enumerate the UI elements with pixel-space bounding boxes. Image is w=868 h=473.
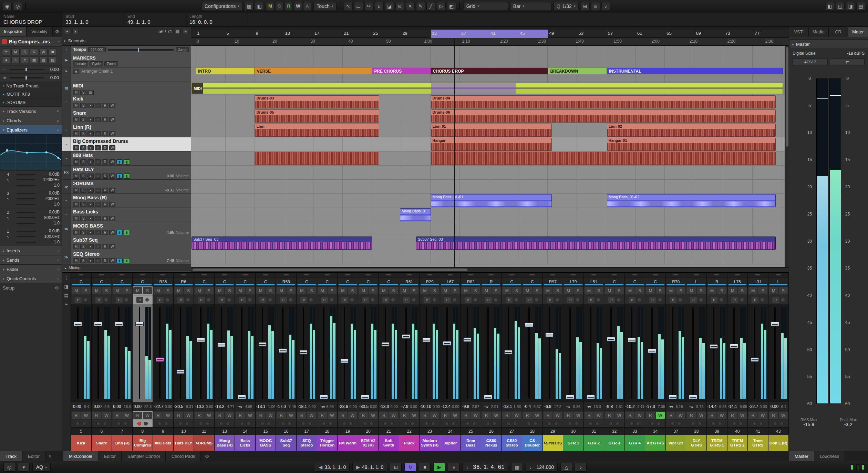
record-arm-button[interactable]: ●	[87, 230, 94, 235]
mute-button[interactable]: M	[318, 287, 327, 294]
channel-drag-handle[interactable]	[440, 273, 461, 277]
channel-name[interactable]: CS80 Stereo	[502, 435, 522, 451]
solo-button[interactable]: S	[410, 287, 418, 294]
mute-button[interactable]: M	[585, 287, 593, 294]
channel-drag-handle[interactable]	[317, 273, 338, 277]
mute-button[interactable]: M	[400, 287, 409, 294]
lane-linn-r-[interactable]: LinnLinn-01Linn-02	[191, 123, 789, 137]
mute-button[interactable]: M	[236, 287, 245, 294]
fader-cap[interactable]	[628, 338, 636, 342]
gear-icon[interactable]: ⚙	[53, 27, 62, 36]
solo-button[interactable]: S	[80, 90, 86, 95]
tab-loudness[interactable]: Loudness	[814, 451, 845, 461]
pan-control[interactable]: L31	[748, 277, 768, 286]
channel-level-readout[interactable]: -18.10.00	[297, 402, 317, 411]
left-locator-value[interactable]: 33. 1. 1. 0	[324, 464, 346, 470]
lane-808-hats[interactable]	[191, 151, 789, 166]
horizontal-scrollbar[interactable]	[191, 267, 789, 272]
lane-moog-bass-r-[interactable]: Moog Bass_01-01Moog Bass_01-02	[191, 194, 789, 208]
solo-button[interactable]: S	[80, 103, 86, 108]
mixer-channel-bass-licks[interactable]: CMSe-∞-4.95RW14Bass Licks	[235, 273, 256, 451]
channel-drag-handle[interactable]	[707, 273, 727, 277]
solo-button[interactable]: S	[307, 287, 316, 294]
eq-band-shape-icon[interactable]: ∿	[6, 216, 9, 220]
fader-cap[interactable]	[751, 357, 759, 362]
monitor-button[interactable]	[431, 422, 435, 425]
audio-clip[interactable]: Linn-01	[431, 124, 552, 137]
write-button[interactable]: W	[109, 131, 115, 136]
tempo-display[interactable]: ♩ 124.000	[526, 463, 558, 472]
channel-drag-handle[interactable]	[276, 273, 296, 277]
read-button[interactable]: R	[277, 412, 286, 419]
eq-gain-value[interactable]: 0.0dB	[38, 210, 60, 214]
quantize-dropdown[interactable]: Q 1/32 ▾	[554, 2, 579, 10]
channel-name[interactable]: Jupiter	[440, 435, 461, 451]
fader-cap[interactable]	[525, 323, 533, 327]
read-button[interactable]: R	[215, 412, 224, 419]
fader-cap[interactable]	[135, 322, 144, 326]
pan-control[interactable]: C	[112, 277, 132, 286]
record-arm-button[interactable]	[301, 422, 305, 425]
fader-area[interactable]	[215, 304, 235, 402]
write-button[interactable]: W	[779, 412, 788, 419]
timeline-ruler[interactable]: 1591317212529333741454953576165697377 01…	[191, 27, 789, 46]
write-button[interactable]: W	[348, 412, 357, 419]
solo-button[interactable]: S	[656, 287, 665, 294]
right-locator[interactable]: ▶ 49. 1. 1. 0	[352, 463, 387, 472]
monitor-button[interactable]	[329, 422, 332, 425]
monitor-button[interactable]: ○	[95, 145, 101, 150]
channel-drag-handle[interactable]	[502, 273, 522, 277]
monitor-button[interactable]	[698, 422, 702, 425]
read-button[interactable]: R	[102, 145, 108, 150]
audio-clip[interactable]: Drums-03	[255, 95, 379, 108]
tempo-value[interactable]: 124.000	[88, 47, 105, 52]
pan-control[interactable]: L	[768, 277, 789, 286]
edit-channel-button[interactable]: e	[731, 297, 738, 303]
write-button[interactable]: W	[109, 258, 115, 263]
record-arm-button[interactable]	[363, 422, 367, 425]
solo-button[interactable]: S	[717, 287, 726, 294]
eq-freq-slider[interactable]	[17, 217, 35, 218]
snap-icon[interactable]: ⊞	[581, 2, 590, 10]
channel-drag-handle[interactable]	[625, 273, 645, 277]
edit-channel-button[interactable]: e	[218, 297, 225, 303]
edit-channel-button[interactable]: e	[136, 297, 143, 303]
mixer-channel-gtr-2[interactable]: L51MSe-∞-13.3RW31GTR 2	[584, 273, 604, 451]
edit-channel-button[interactable]: e	[403, 297, 410, 303]
eq-gain-slider[interactable]	[17, 231, 35, 232]
position-value[interactable]: 36. 1. 4. 61	[473, 464, 505, 470]
record-button[interactable]: ●	[448, 463, 459, 472]
read-button[interactable]: R	[102, 159, 108, 165]
edit-channel-button[interactable]: e	[95, 297, 102, 303]
scroll-thumb[interactable]	[786, 47, 788, 147]
pointer-tool-icon[interactable]: ↖	[344, 2, 353, 10]
channel-name[interactable]: DLY GTRS	[686, 435, 706, 451]
write-button[interactable]: W	[102, 412, 111, 419]
routing-field-0[interactable]: ▸MOTIF XF8	[0, 90, 62, 98]
track-button-4[interactable]: W	[39, 49, 48, 55]
solo-button[interactable]: S	[574, 287, 582, 294]
tab-inspector[interactable]: Inspector	[0, 27, 27, 36]
eq-band-shape-icon[interactable]: ∿	[6, 197, 9, 201]
arranger-section-chorus-drop[interactable]: CHORUS DROP	[431, 68, 548, 74]
write-button[interactable]: W	[109, 202, 115, 207]
channel-drag-handle[interactable]	[256, 273, 276, 277]
split-tool-icon[interactable]: ✂	[364, 2, 373, 10]
track-row-seq-stereo[interactable]: ≫SEQ StereoMS●○RW▮▮-7.48Volume	[62, 250, 191, 264]
mixer-channel-sub37-seq[interactable]: R58MSe-17.0-7.48RW16Sub37 Seq	[276, 273, 297, 451]
activate-project-icon[interactable]: ◉	[3, 2, 12, 10]
track-row-hats-dly[interactable]: FXHats DLYMS●○RW▮▮0.00Volume	[62, 166, 191, 180]
record-arm-button[interactable]	[96, 422, 100, 425]
write-button[interactable]: W	[109, 188, 115, 193]
mixer-channel-modern-synth-r-[interactable]: R29MSe-10.100.00RW23Modern Synth (R)	[420, 273, 440, 451]
monitor-button[interactable]	[718, 422, 722, 425]
eq-freq-slider[interactable]	[17, 198, 35, 199]
monitor-button[interactable]: ○	[95, 244, 101, 249]
fader-area[interactable]	[543, 304, 563, 402]
monitor-button[interactable]: ○	[95, 216, 101, 221]
channel-drag-handle[interactable]	[194, 273, 214, 277]
fader-area[interactable]	[194, 304, 214, 402]
audio-clip[interactable]: Drums-06	[431, 109, 776, 123]
read-button[interactable]: R	[102, 230, 108, 235]
read-button[interactable]: R	[400, 412, 409, 419]
